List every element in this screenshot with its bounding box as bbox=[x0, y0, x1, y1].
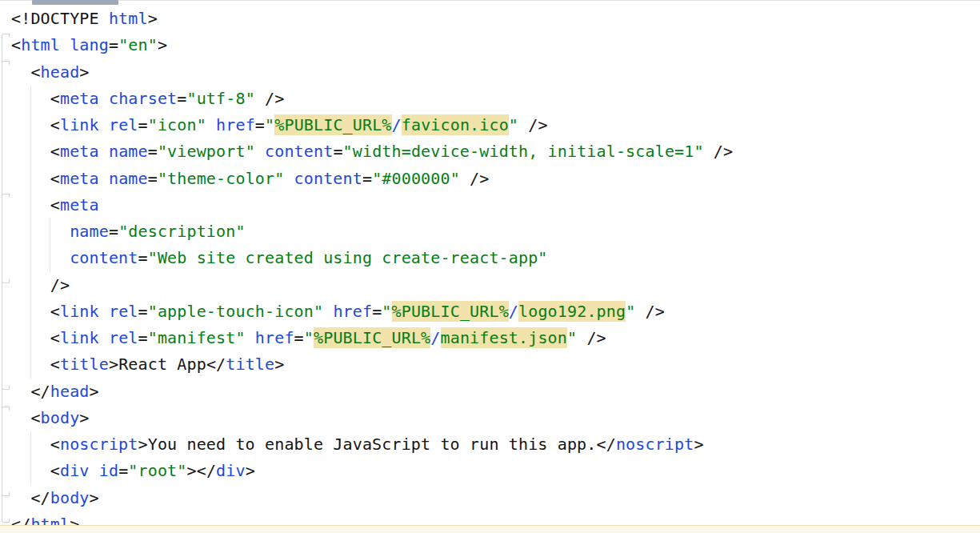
attribute-name-token: content bbox=[294, 169, 362, 188]
code-line[interactable]: </body> bbox=[11, 485, 980, 511]
attribute-name-token: name bbox=[70, 222, 109, 241]
code-line[interactable]: </head> bbox=[11, 379, 980, 405]
punctuation-token: /> bbox=[460, 169, 490, 188]
code-line[interactable]: <body> bbox=[11, 405, 980, 431]
punctuation-token bbox=[99, 115, 109, 134]
punctuation-token: < bbox=[597, 435, 606, 454]
punctuation-token: / bbox=[206, 461, 216, 480]
attribute-name-token: lang bbox=[70, 35, 109, 54]
tag-name-token: meta bbox=[60, 89, 99, 108]
punctuation-token: > bbox=[274, 355, 284, 374]
code-line[interactable]: <link rel="apple-touch-icon" href="%PUBL… bbox=[11, 299, 980, 325]
attribute-name-token: charset bbox=[109, 89, 177, 108]
template-placeholder-token: %PUBLIC_URL% bbox=[314, 327, 430, 348]
code-line[interactable]: <link rel="icon" href="%PUBLIC_URL%/favi… bbox=[11, 112, 980, 138]
code-line[interactable]: <title>React App</title> bbox=[11, 351, 980, 378]
string-token: "width=device-width, initial-scale=1" bbox=[343, 142, 704, 161]
punctuation-token: = bbox=[372, 302, 382, 321]
tag-name-token: head bbox=[41, 62, 80, 82]
indent-guide bbox=[50, 218, 50, 272]
fold-region-indicator[interactable] bbox=[2, 194, 9, 283]
punctuation-token: > bbox=[246, 461, 255, 480]
punctuation-token bbox=[246, 328, 255, 347]
punctuation-token bbox=[99, 169, 109, 188]
punctuation-token: = bbox=[255, 115, 265, 134]
code-line[interactable]: <div id="root"></div> bbox=[11, 458, 980, 484]
punctuation-token: < bbox=[11, 382, 41, 401]
tag-name-token: title bbox=[60, 355, 109, 374]
punctuation-token: < bbox=[11, 302, 60, 321]
punctuation-token: /> bbox=[704, 142, 734, 161]
string-token: "theme-color" bbox=[158, 169, 284, 188]
tag-name-token: meta bbox=[60, 195, 99, 214]
punctuation-token: > bbox=[148, 9, 158, 28]
fold-region-indicator[interactable] bbox=[2, 407, 9, 496]
code-line[interactable]: <!DOCTYPE html> bbox=[11, 6, 980, 32]
tag-name-token: link bbox=[60, 302, 99, 321]
indent-guide bbox=[30, 431, 31, 485]
attribute-name-token: href bbox=[333, 302, 372, 321]
attribute-name-token: name bbox=[109, 169, 148, 188]
punctuation-token: < bbox=[11, 408, 41, 427]
punctuation-token: / bbox=[41, 382, 50, 401]
punctuation-token bbox=[99, 89, 109, 108]
attribute-name-token: id bbox=[99, 461, 118, 480]
punctuation-token: < bbox=[11, 62, 41, 82]
code-line[interactable]: <meta charset="utf-8" /> bbox=[11, 86, 980, 112]
punctuation-token: > bbox=[109, 355, 118, 374]
code-line[interactable]: <meta name="theme-color" content="#00000… bbox=[11, 166, 980, 192]
attribute-name-token: content bbox=[70, 248, 138, 267]
template-placeholder-token: logo192.png bbox=[518, 301, 626, 322]
editor: <!DOCTYPE html><html lang="en"> <head> <… bbox=[0, 0, 980, 533]
punctuation-token: > bbox=[158, 35, 167, 54]
punctuation-token: < bbox=[11, 169, 60, 188]
string-token: "#000000" bbox=[372, 169, 460, 188]
attribute-name-token: name bbox=[109, 142, 148, 161]
tag-name-token: meta bbox=[60, 142, 99, 161]
code-line[interactable]: /> bbox=[11, 272, 980, 299]
tag-name-token: html bbox=[21, 35, 60, 54]
tag-name-token: title bbox=[226, 355, 274, 374]
tag-name-token: noscript bbox=[60, 435, 138, 454]
punctuation-token bbox=[90, 461, 99, 480]
horizontal-scrollbar-track[interactable] bbox=[0, 0, 980, 1]
punctuation-token: > bbox=[79, 408, 89, 427]
punctuation-token: = bbox=[148, 169, 158, 188]
string-token: " bbox=[626, 302, 635, 321]
code-line[interactable]: <link rel="manifest" href="%PUBLIC_URL%/… bbox=[11, 325, 980, 351]
tag-name-token: meta bbox=[60, 169, 99, 188]
string-token: " bbox=[265, 115, 274, 134]
string-token: " bbox=[567, 328, 577, 347]
code-line[interactable]: name="description" bbox=[11, 218, 980, 245]
tag-name-token: body bbox=[50, 488, 90, 507]
punctuation-token: /> bbox=[255, 89, 285, 108]
code-line[interactable]: <head> bbox=[11, 59, 980, 86]
punctuation-token: < bbox=[11, 35, 21, 54]
punctuation-token: < bbox=[11, 195, 60, 214]
punctuation-token bbox=[11, 248, 70, 267]
punctuation-token bbox=[323, 302, 333, 321]
code-line[interactable]: <html lang="en"> bbox=[11, 32, 980, 58]
string-token: "apple-touch-icon" bbox=[148, 302, 323, 321]
code-line[interactable]: <meta name="viewport" content="width=dev… bbox=[11, 138, 980, 165]
code-line[interactable]: <meta bbox=[11, 192, 980, 218]
code-line[interactable]: <noscript>You need to enable JavaScript … bbox=[11, 431, 980, 458]
bottom-bar bbox=[0, 525, 980, 533]
string-token: "icon" bbox=[148, 115, 206, 134]
tag-name-token: link bbox=[60, 328, 99, 347]
punctuation-token: /> bbox=[635, 302, 665, 321]
punctuation-token: = bbox=[138, 248, 148, 267]
punctuation-token: > bbox=[90, 488, 99, 507]
punctuation-token bbox=[60, 35, 70, 54]
punctuation-token bbox=[284, 169, 294, 188]
punctuation-token: / bbox=[41, 488, 50, 507]
punctuation-token: < bbox=[11, 435, 60, 454]
code-line[interactable]: content="Web site created using create-r… bbox=[11, 245, 980, 271]
code-area[interactable]: <!DOCTYPE html><html lang="en"> <head> <… bbox=[0, 6, 980, 533]
punctuation-token: < bbox=[11, 142, 60, 161]
punctuation-token: < bbox=[206, 355, 216, 374]
tag-name-token: div bbox=[60, 461, 90, 480]
punctuation-token: /> bbox=[11, 275, 70, 295]
horizontal-scrollbar-thumb[interactable] bbox=[32, 0, 118, 5]
punctuation-token: < bbox=[11, 328, 60, 347]
